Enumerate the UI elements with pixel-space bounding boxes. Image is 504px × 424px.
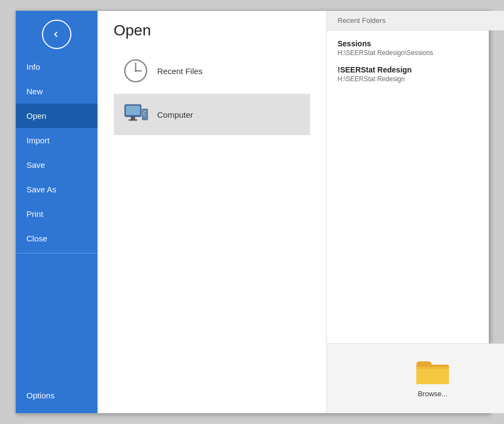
- folder-name-seerstat: !SEERStat Redesign: [338, 65, 505, 74]
- browse-area[interactable]: Browse...: [327, 343, 505, 413]
- computer-label: Computer: [157, 110, 193, 119]
- sidebar-item-options[interactable]: Options: [16, 383, 98, 408]
- sidebar-nav: Info New Open Import Save Save As Print …: [16, 54, 98, 413]
- svg-rect-9: [143, 111, 147, 112]
- sidebar-item-open[interactable]: Open: [16, 104, 98, 128]
- svg-rect-7: [129, 119, 137, 121]
- svg-rect-11: [143, 115, 147, 116]
- back-button[interactable]: [42, 20, 71, 49]
- folder-entry-seerstat[interactable]: !SEERStat Redesign H:\SEERStat Redesign: [338, 65, 505, 83]
- page-title: Open: [114, 22, 310, 39]
- recent-files-label: Recent Files: [157, 66, 203, 76]
- right-panel: Recent Folders Sessions H:\SEERStat Rede…: [326, 11, 505, 413]
- folder-path-sessions: H:\SEERStat Redesign\Sessions: [338, 49, 505, 57]
- sidebar-item-new[interactable]: New: [16, 79, 98, 104]
- folder-path-seerstat: H:\SEERStat Redesign: [338, 75, 505, 83]
- sidebar-item-save-as[interactable]: Save As: [16, 177, 98, 202]
- svg-point-10: [143, 113, 144, 114]
- open-options-list: Recent Files Computer: [114, 50, 310, 135]
- svg-rect-14: [416, 367, 449, 369]
- main-content: Open Recent Files: [98, 11, 326, 413]
- app-window: Info New Open Import Save Save As Print …: [15, 10, 489, 414]
- sidebar-item-info[interactable]: Info: [16, 54, 98, 79]
- svg-rect-5: [126, 106, 140, 115]
- sidebar-item-close[interactable]: Close: [16, 226, 98, 251]
- recent-folders-list: Sessions H:\SEERStat Redesign\Sessions !…: [327, 31, 505, 343]
- sidebar-item-import[interactable]: Import: [16, 128, 98, 153]
- sidebar: Info New Open Import Save Save As Print …: [16, 11, 98, 413]
- clock-icon: [123, 58, 149, 84]
- folder-entry-sessions[interactable]: Sessions H:\SEERStat Redesign\Sessions: [338, 39, 505, 57]
- open-option-recent-files[interactable]: Recent Files: [114, 50, 310, 92]
- sidebar-item-print[interactable]: Print: [16, 202, 98, 226]
- computer-icon: [123, 101, 149, 128]
- recent-folders-header: Recent Folders: [327, 11, 505, 31]
- folder-name-sessions: Sessions: [338, 39, 505, 48]
- open-option-computer[interactable]: Computer: [114, 94, 310, 135]
- browse-label: Browse...: [418, 390, 447, 398]
- svg-rect-13: [416, 367, 449, 384]
- sidebar-item-save[interactable]: Save: [16, 153, 98, 177]
- sidebar-divider: [16, 253, 98, 253]
- browse-folder-icon: [415, 357, 450, 385]
